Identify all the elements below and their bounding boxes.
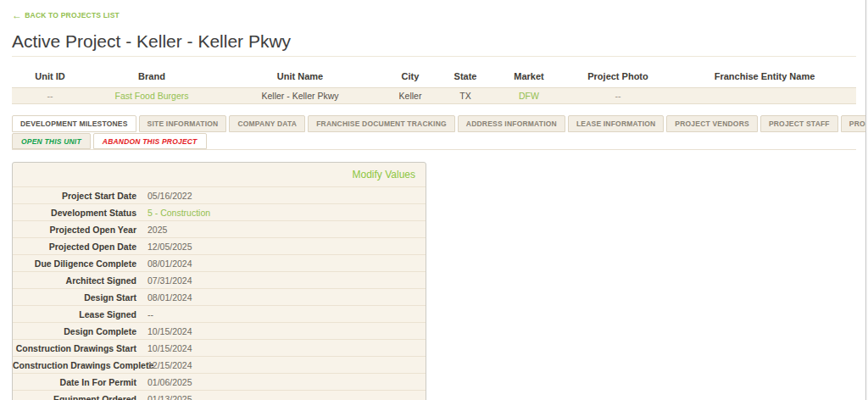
milestone-value: 01/13/2025 xyxy=(147,394,192,400)
milestone-label: Due Diligence Complete xyxy=(13,258,136,269)
milestone-label: Projected Open Year xyxy=(13,225,136,235)
milestone-row: Lease Signed -- xyxy=(13,305,426,322)
milestone-label: Construction Drawings Start xyxy=(13,343,136,353)
milestone-value: 05/16/2022 xyxy=(147,191,192,201)
column-header-unit-name: Unit Name xyxy=(215,71,385,81)
tab-company-data[interactable]: COMPANY DATA xyxy=(229,115,305,132)
project-photo-value: -- xyxy=(563,91,673,101)
page-title: Active Project - Keller - Keller Pkwy xyxy=(12,31,856,52)
city-value: Keller xyxy=(385,91,436,101)
milestone-label: Construction Drawings Complete xyxy=(13,360,136,370)
open-this-unit-button[interactable]: OPEN THIS UNIT xyxy=(12,133,91,149)
unit-name-value: Keller - Keller Pkwy xyxy=(215,91,385,101)
milestone-label: Equipment Ordered xyxy=(13,394,136,400)
milestone-row: Equipment Ordered 01/13/2025 xyxy=(13,390,426,400)
tab-project-vendors[interactable]: PROJECT VENDORS xyxy=(666,115,758,132)
milestone-value: 08/01/2024 xyxy=(147,292,192,303)
unit-table-row: -- Fast Food Burgers Keller - Keller Pkw… xyxy=(12,87,856,104)
tab-project-staff[interactable]: PROJECT STAFF xyxy=(760,115,838,132)
tab-project-contacts[interactable]: PROJECT CONTACTS xyxy=(841,115,868,132)
unit-id-value: -- xyxy=(12,91,88,101)
milestone-row: Development Status 5 - Construction xyxy=(13,203,426,220)
development-status-link[interactable]: 5 - Construction xyxy=(147,208,210,218)
action-buttons-row: OPEN THIS UNIT ABANDON THIS PROJECT xyxy=(12,133,856,149)
milestone-value: 07/31/2024 xyxy=(147,275,192,286)
page: ← BACK TO PROJECTS LIST Active Project -… xyxy=(0,0,868,400)
tab-address-information[interactable]: ADDRESS INFORMATION xyxy=(458,115,565,132)
column-header-franchise-entity-name: Franchise Entity Name xyxy=(673,71,856,81)
abandon-this-project-button[interactable]: ABANDON THIS PROJECT xyxy=(93,133,207,149)
column-header-unit-id: Unit ID xyxy=(12,71,88,81)
panel-header: Modify Values xyxy=(13,163,426,186)
market-link[interactable]: DFW xyxy=(495,91,563,101)
state-value: TX xyxy=(436,91,495,101)
tab-bar: DEVELOPMENT MILESTONES SITE INFORMATION … xyxy=(12,115,856,150)
milestone-row: Construction Drawings Start 10/15/2024 xyxy=(13,339,426,356)
milestone-label: Development Status xyxy=(13,208,136,218)
column-header-market: Market xyxy=(495,71,563,81)
milestone-label: Date In For Permit xyxy=(13,377,136,387)
milestone-label: Architect Signed xyxy=(13,275,136,286)
column-header-city: City xyxy=(385,71,436,81)
milestone-row: Construction Drawings Complete 12/15/202… xyxy=(13,356,426,373)
back-to-projects-link[interactable]: ← BACK TO PROJECTS LIST xyxy=(12,11,120,20)
tab-lease-information[interactable]: LEASE INFORMATION xyxy=(568,115,664,132)
page-header: ← BACK TO PROJECTS LIST Active Project -… xyxy=(12,0,856,57)
tabs-row: DEVELOPMENT MILESTONES SITE INFORMATION … xyxy=(12,115,856,133)
column-header-project-photo: Project Photo xyxy=(563,71,673,81)
column-header-state: State xyxy=(436,71,495,81)
tab-franchise-document-tracking[interactable]: FRANCHISE DOCUMENT TRACKING xyxy=(308,115,455,132)
milestone-row: Projected Open Date 12/05/2025 xyxy=(13,237,426,254)
milestone-value: 10/15/2024 xyxy=(147,343,192,353)
modify-values-link[interactable]: Modify Values xyxy=(353,169,415,181)
milestone-label: Project Start Date xyxy=(13,191,136,201)
milestone-value: 10/15/2024 xyxy=(147,326,192,336)
milestone-row: Design Start 08/01/2024 xyxy=(13,288,426,305)
milestone-row: Project Start Date 05/16/2022 xyxy=(13,186,426,203)
back-link-label: BACK TO PROJECTS LIST xyxy=(25,11,120,19)
back-arrow-icon: ← xyxy=(12,11,22,19)
milestone-value: 08/01/2024 xyxy=(147,258,192,269)
development-milestones-panel: Modify Values Project Start Date 05/16/2… xyxy=(12,162,426,400)
milestone-label: Projected Open Date xyxy=(13,242,136,252)
milestone-row: Date In For Permit 01/06/2025 xyxy=(13,373,426,390)
tab-site-information[interactable]: SITE INFORMATION xyxy=(139,115,227,132)
milestone-value: -- xyxy=(147,309,153,319)
tab-development-milestones[interactable]: DEVELOPMENT MILESTONES xyxy=(12,115,136,132)
column-header-brand: Brand xyxy=(88,71,215,81)
milestone-value: 01/06/2025 xyxy=(147,377,192,387)
unit-table-header-row: Unit ID Brand Unit Name City State Marke… xyxy=(12,57,856,87)
milestone-label: Design Start xyxy=(13,292,136,303)
milestone-row: Design Complete 10/15/2024 xyxy=(13,322,426,339)
milestone-row: Projected Open Year 2025 xyxy=(13,220,426,237)
milestone-label: Lease Signed xyxy=(13,309,136,319)
milestone-row: Architect Signed 07/31/2024 xyxy=(13,271,426,288)
milestone-label: Design Complete xyxy=(13,326,136,336)
milestone-value: 2025 xyxy=(147,225,167,235)
milestone-value: 12/15/2024 xyxy=(147,360,192,370)
milestone-row: Due Diligence Complete 08/01/2024 xyxy=(13,254,426,271)
unit-summary-table: Unit ID Brand Unit Name City State Marke… xyxy=(12,57,856,104)
brand-link[interactable]: Fast Food Burgers xyxy=(88,91,215,101)
milestone-value: 12/05/2025 xyxy=(147,242,192,252)
